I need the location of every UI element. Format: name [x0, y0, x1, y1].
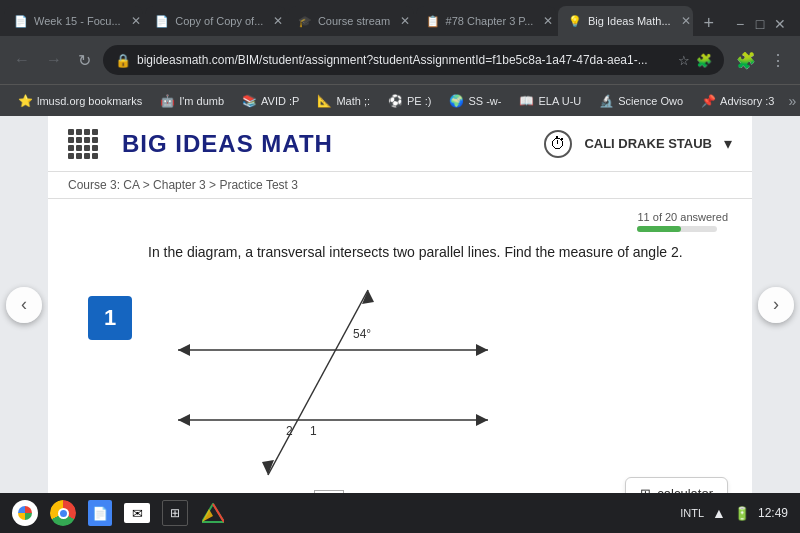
taskbar: 📄 ✉ ⊞ INTL ▲ 🔋 12:49	[0, 493, 800, 533]
drive-taskbar-icon[interactable]	[200, 500, 226, 526]
time-display: 12:49	[758, 506, 788, 520]
prev-question-area: ‹	[0, 116, 48, 493]
tab-week15[interactable]: 📄 Week 15 - Focu... ✕	[4, 6, 143, 36]
extensions-button[interactable]: 🧩	[732, 47, 760, 74]
progress-bar-fill	[637, 226, 681, 232]
tab-copy[interactable]: 📄 Copy of Copy of... ✕	[145, 6, 286, 36]
tab-close[interactable]: ✕	[400, 14, 410, 28]
minimize-button[interactable]: −	[732, 16, 748, 32]
tab-icon: 📋	[426, 15, 440, 28]
bookmark-icon: ⚽	[388, 94, 403, 108]
bim-header: BIG IDEAS MATH ⏱ CALI DRAKE STAUB ▾	[48, 116, 752, 172]
url-text: bigideasmath.com/BIM/student/assignment?…	[137, 53, 672, 67]
bookmark-ela[interactable]: 📖 ELA U-U	[511, 92, 589, 110]
svg-marker-13	[202, 509, 213, 522]
prev-question-button[interactable]: ‹	[6, 287, 42, 323]
bookmark-advisory[interactable]: 📌 Advisory :3	[693, 92, 782, 110]
next-question-area: ›	[752, 116, 800, 493]
bookmark-avid[interactable]: 📚 AVID :P	[234, 92, 307, 110]
extension-icon[interactable]: 🧩	[696, 53, 712, 68]
bookmark-ss[interactable]: 🌍 SS -w-	[441, 92, 509, 110]
window-controls: − □ ✕	[724, 16, 796, 32]
question-number-badge: 1	[88, 296, 132, 340]
progress-bar-container	[637, 226, 717, 232]
page-content: ‹ BIG IDEAS MATH ⏱ CALI DRAKE STAUB ▾	[0, 116, 800, 493]
bookmark-science[interactable]: 🔬 Science Owo	[591, 92, 691, 110]
tab-close[interactable]: ✕	[273, 14, 283, 28]
answer-suffix: °.	[348, 491, 358, 493]
tab-icon: 🎓	[298, 15, 312, 28]
bookmark-icon: 🤖	[160, 94, 175, 108]
more-button[interactable]: ⋮	[766, 47, 790, 74]
svg-marker-5	[476, 414, 488, 426]
bookmark-pe[interactable]: ⚽ PE :)	[380, 92, 439, 110]
bookmark-math[interactable]: 📐 Math ;:	[309, 92, 378, 110]
tab-icon: 📄	[14, 15, 28, 28]
battery-icon: 🔋	[734, 506, 750, 521]
taskbar-right: INTL ▲ 🔋 12:49	[680, 505, 788, 521]
geometry-diagram: 54° 2 1	[148, 280, 508, 480]
url-bar[interactable]: 🔒 bigideasmath.com/BIM/student/assignmen…	[103, 45, 724, 75]
question-container: 1 In the diagram, a transversal intersec…	[48, 236, 752, 493]
tab-bigideasmath[interactable]: 💡 Big Ideas Math... ✕	[558, 6, 693, 36]
tab-chapter3[interactable]: 📋 #78 Chapter 3 P... ✕	[416, 6, 556, 36]
refresh-button[interactable]: ↻	[74, 47, 95, 74]
tab-close[interactable]: ✕	[681, 14, 691, 28]
star-icon[interactable]: ☆	[678, 53, 690, 68]
calculator-icon: ⊞	[640, 486, 651, 493]
diagram-container: 54° 2 1	[148, 280, 508, 480]
chrome-taskbar-icon[interactable]	[50, 500, 76, 526]
next-question-button[interactable]: ›	[758, 287, 794, 323]
bookmark-icon: 📐	[317, 94, 332, 108]
user-dropdown-icon[interactable]: ▾	[724, 134, 732, 153]
bookmarks-more-button[interactable]: »	[784, 93, 800, 109]
wifi-icon: ▲	[712, 505, 726, 521]
user-name[interactable]: CALI DRAKE STAUB	[584, 136, 712, 151]
tab-icon: 💡	[568, 15, 582, 28]
grid-icon	[68, 129, 98, 159]
timer-icon: ⏱	[544, 130, 572, 158]
taskbar-left: 📄 ✉ ⊞	[12, 500, 226, 526]
answer-prefix: The measure of angle 2 is	[148, 491, 310, 493]
question-area: 11 of 20 answered 1 In the diagram, a tr…	[48, 199, 752, 493]
svg-marker-2	[476, 344, 488, 356]
calculator-taskbar-icon[interactable]: ⊞	[162, 500, 188, 526]
tab-close[interactable]: ✕	[543, 14, 553, 28]
tab-close[interactable]: ✕	[131, 14, 141, 28]
docs-taskbar-icon[interactable]: 📄	[88, 500, 112, 526]
bim-logo: BIG IDEAS MATH	[122, 130, 333, 158]
lock-icon: 🔒	[115, 53, 131, 68]
bookmark-lmusd[interactable]: ⭐ lmusd.org bookmarks	[10, 92, 150, 110]
bookmark-icon: 📌	[701, 94, 716, 108]
tab-coursestream[interactable]: 🎓 Course stream ✕	[288, 6, 414, 36]
calculator-button[interactable]: ⊞ calculator	[625, 477, 728, 493]
breadcrumb: Course 3: CA > Chapter 3 > Practice Test…	[48, 172, 752, 199]
close-button[interactable]: ✕	[772, 16, 788, 32]
address-bar: ← → ↻ 🔒 bigideasmath.com/BIM/student/ass…	[0, 36, 800, 84]
progress-label: 11 of 20 answered	[637, 211, 728, 223]
angle2-answer-input[interactable]	[314, 490, 344, 493]
bim-header-right: ⏱ CALI DRAKE STAUB ▾	[544, 130, 732, 158]
bookmark-imdumb[interactable]: 🤖 I'm dumb	[152, 92, 232, 110]
bookmark-icon: 📖	[519, 94, 534, 108]
progress-area: 11 of 20 answered	[48, 199, 752, 236]
svg-marker-1	[178, 344, 190, 356]
forward-button[interactable]: →	[42, 47, 66, 73]
bookmark-icon: 📚	[242, 94, 257, 108]
back-button[interactable]: ←	[10, 47, 34, 73]
svg-text:1: 1	[310, 424, 317, 438]
svg-text:2: 2	[286, 424, 293, 438]
svg-text:54°: 54°	[353, 327, 371, 341]
svg-marker-4	[178, 414, 190, 426]
tab-bar: 📄 Week 15 - Focu... ✕ 📄 Copy of Copy of.…	[0, 0, 800, 36]
svg-line-14	[213, 504, 224, 522]
bookmark-icon: 🔬	[599, 94, 614, 108]
bookmark-icon: 🌍	[449, 94, 464, 108]
intl-label: INTL	[680, 507, 704, 519]
gmail-taskbar-icon[interactable]: ✉	[124, 503, 150, 523]
maximize-button[interactable]: □	[752, 16, 768, 32]
launcher-button[interactable]	[12, 500, 38, 526]
new-tab-button[interactable]: +	[695, 13, 722, 34]
bookmarks-bar: ⭐ lmusd.org bookmarks 🤖 I'm dumb 📚 AVID …	[0, 84, 800, 116]
question-text: In the diagram, a transversal intersects…	[148, 244, 712, 260]
